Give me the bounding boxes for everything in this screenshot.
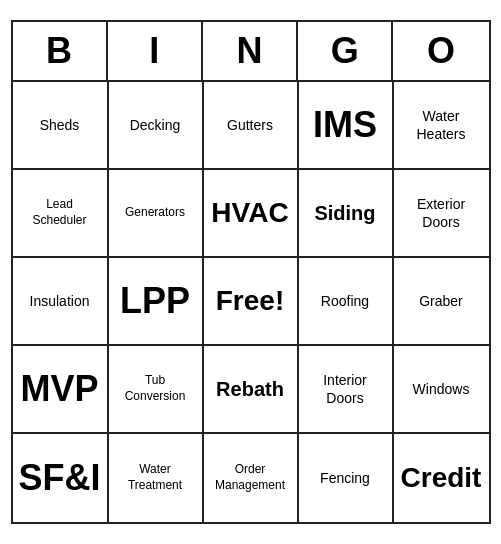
bingo-cell: Interior Doors (299, 346, 394, 434)
bingo-cell: Fencing (299, 434, 394, 522)
bingo-cell: Water Treatment (109, 434, 204, 522)
bingo-grid: ShedsDeckingGuttersIMSWater HeatersLead … (13, 82, 489, 522)
bingo-cell: Decking (109, 82, 204, 170)
bingo-cell: Roofing (299, 258, 394, 346)
header-letter: O (393, 22, 488, 80)
bingo-cell: Exterior Doors (394, 170, 489, 258)
bingo-cell: LPP (109, 258, 204, 346)
bingo-cell: Gutters (204, 82, 299, 170)
header-letter: G (298, 22, 393, 80)
bingo-header: BINGO (13, 22, 489, 82)
bingo-card: BINGO ShedsDeckingGuttersIMSWater Heater… (11, 20, 491, 524)
bingo-cell: HVAC (204, 170, 299, 258)
bingo-cell: IMS (299, 82, 394, 170)
bingo-cell: Insulation (13, 258, 109, 346)
bingo-cell: Water Heaters (394, 82, 489, 170)
header-letter: N (203, 22, 298, 80)
bingo-cell: Tub Conversion (109, 346, 204, 434)
bingo-cell: Generators (109, 170, 204, 258)
header-letter: B (13, 22, 108, 80)
bingo-cell: Free! (204, 258, 299, 346)
bingo-cell: Lead Scheduler (13, 170, 109, 258)
bingo-cell: Sheds (13, 82, 109, 170)
bingo-cell: MVP (13, 346, 109, 434)
bingo-cell: Order Management (204, 434, 299, 522)
bingo-cell: Credit (394, 434, 489, 522)
bingo-cell: Rebath (204, 346, 299, 434)
bingo-cell: Siding (299, 170, 394, 258)
bingo-cell: Windows (394, 346, 489, 434)
bingo-cell: SF&I (13, 434, 109, 522)
bingo-cell: Graber (394, 258, 489, 346)
header-letter: I (108, 22, 203, 80)
